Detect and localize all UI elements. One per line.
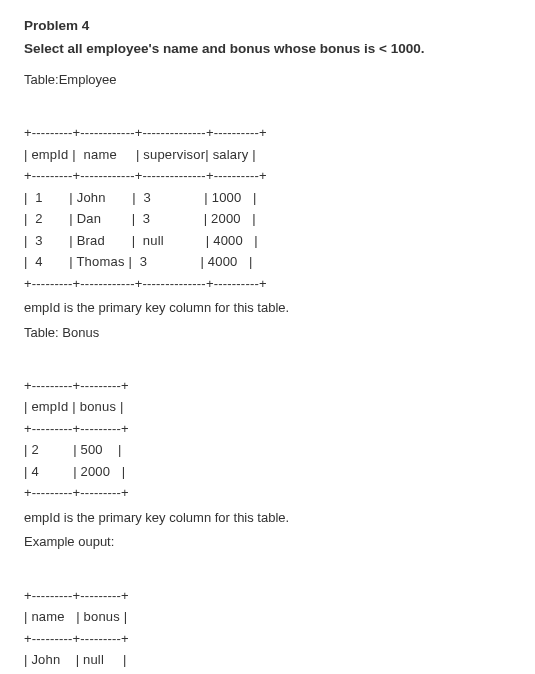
table-border: +---------+---------+ bbox=[24, 378, 129, 393]
table-border: +---------+---------+ bbox=[24, 421, 129, 436]
table-border: +---------+---------+ bbox=[24, 631, 129, 646]
table-row: | 2 | 500 | bbox=[24, 442, 122, 457]
employee-table-label: Table:Employee bbox=[24, 72, 511, 87]
table-border: +---------+------------+--------------+-… bbox=[24, 276, 267, 291]
table-header: | empId | bonus | bbox=[24, 399, 124, 414]
table-border: +---------+---------+ bbox=[24, 588, 129, 603]
table-row: | 4 | Thomas | 3 | 4000 | bbox=[24, 254, 253, 269]
problem-title: Problem 4 bbox=[24, 18, 511, 33]
table-border: +---------+---------+ bbox=[24, 485, 129, 500]
problem-statement: Select all employee's name and bonus who… bbox=[24, 41, 511, 56]
example-output-table: +---------+---------+ | name | bonus | +… bbox=[24, 563, 511, 674]
table-header: | name | bonus | bbox=[24, 609, 127, 624]
table-row: | 4 | 2000 | bbox=[24, 464, 125, 479]
table-row: | John | null | bbox=[24, 652, 127, 667]
table-row: | 1 | John | 3 | 1000 | bbox=[24, 190, 257, 205]
bonus-table-note: empId is the primary key column for this… bbox=[24, 508, 511, 529]
table-border: +---------+------------+--------------+-… bbox=[24, 125, 267, 140]
table-header: | empId | name | supervisor| salary | bbox=[24, 147, 256, 162]
table-row: | 2 | Dan | 3 | 2000 | bbox=[24, 211, 256, 226]
employee-table-note: empId is the primary key column for this… bbox=[24, 298, 511, 319]
table-row: | 3 | Brad | null | 4000 | bbox=[24, 233, 258, 248]
bonus-table-label: Table: Bonus bbox=[24, 323, 511, 344]
bonus-table: +---------+---------+ | empId | bonus | … bbox=[24, 354, 511, 504]
employee-table: +---------+------------+--------------+-… bbox=[24, 101, 511, 294]
example-output-label: Example ouput: bbox=[24, 532, 511, 553]
table-border: +---------+------------+--------------+-… bbox=[24, 168, 267, 183]
